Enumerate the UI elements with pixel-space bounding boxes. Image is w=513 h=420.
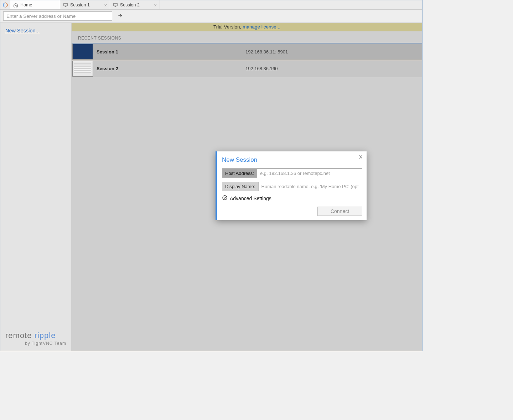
connect-button[interactable]: Connect (317, 207, 362, 216)
session-name: Session 2 (97, 66, 245, 71)
session-name: Session 1 (97, 49, 245, 55)
tab-session-2-label: Session 2 (120, 2, 140, 7)
tab-bar: Home Session 1 × Session 2 × (0, 0, 422, 10)
advanced-settings-toggle[interactable]: Advanced Settings (222, 195, 362, 202)
svg-rect-1 (64, 3, 68, 6)
branding-logo: remote ripple by TightVNC Team (5, 331, 66, 346)
advanced-settings-label: Advanced Settings (230, 196, 271, 201)
session-row[interactable]: Session 2 192.168.36.160 (72, 60, 422, 77)
tab-session-2[interactable]: Session 2 × (110, 0, 160, 9)
close-icon[interactable]: × (104, 2, 107, 7)
recent-sessions-list: Session 1 192.168.36.11::5901 Session 2 … (72, 43, 422, 77)
go-button[interactable] (116, 12, 124, 20)
session-thumbnail (72, 61, 93, 77)
chevron-down-icon (222, 195, 228, 202)
monitor-icon (113, 2, 118, 7)
tab-session-1-label: Session 1 (70, 2, 90, 7)
new-session-dialog: X New Session Host Address: Display Name… (216, 151, 367, 220)
arrow-right-icon (117, 13, 123, 20)
host-address-label: Host Address: (222, 169, 257, 178)
sidebar: New Session... remote ripple by TightVNC… (0, 23, 72, 351)
manage-license-link[interactable]: manage license... (243, 24, 280, 30)
branding-word-2: ripple (35, 331, 56, 340)
svg-point-3 (223, 196, 227, 200)
session-row[interactable]: Session 1 192.168.36.11::5901 (72, 43, 422, 60)
app-logo-icon (0, 0, 10, 9)
trial-banner: Trial Version, manage license... (72, 23, 422, 31)
close-icon[interactable]: × (154, 2, 157, 7)
session-address: 192.168.36.160 (245, 66, 278, 71)
branding-word-1: remote (5, 331, 32, 340)
recent-sessions-header: RECENT SESSIONS (72, 31, 422, 43)
display-name-label: Display Name: (222, 182, 259, 191)
branding-subtitle: by TightVNC Team (5, 341, 66, 346)
svg-rect-2 (114, 3, 118, 6)
session-address: 192.168.36.11::5901 (245, 49, 288, 55)
dialog-close-button[interactable]: X (359, 154, 362, 160)
home-icon (13, 2, 18, 7)
tab-home-label: Home (20, 2, 32, 7)
display-name-field: Display Name: (222, 182, 362, 191)
new-session-link[interactable]: New Session... (5, 28, 66, 33)
server-address-input[interactable] (3, 11, 112, 21)
trial-text: Trial Version, (213, 24, 241, 30)
tab-session-1[interactable]: Session 1 × (60, 0, 110, 9)
dialog-title: New Session (222, 156, 362, 164)
monitor-icon (63, 2, 68, 7)
session-thumbnail (72, 44, 93, 59)
host-address-field: Host Address: (222, 168, 362, 178)
address-bar (0, 10, 422, 23)
host-address-input[interactable] (257, 169, 362, 178)
display-name-input[interactable] (259, 182, 362, 191)
tab-home[interactable]: Home (10, 0, 60, 9)
